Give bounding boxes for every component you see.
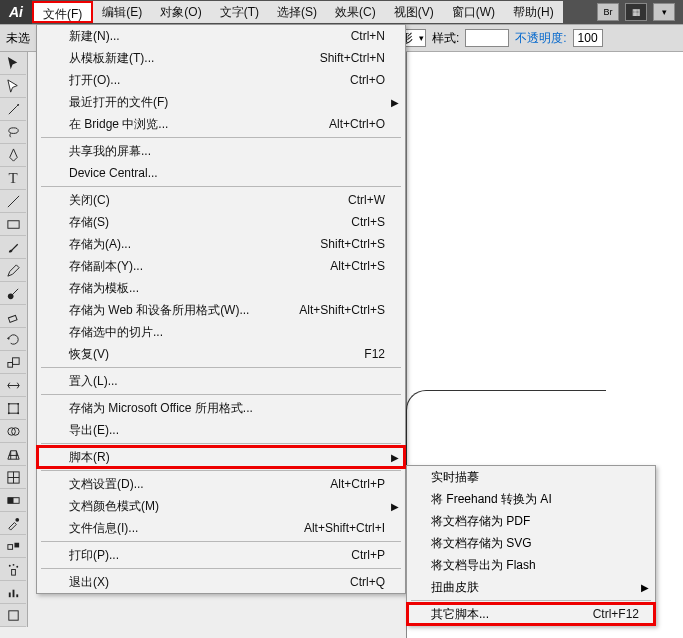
menu-item-label: 将 Freehand 转换为 AI [431,491,639,508]
file-menu-item[interactable]: 存储为(A)...Shift+Ctrl+S [37,233,405,255]
menu-help[interactable]: 帮助(H) [504,1,563,23]
scripts-menu-item[interactable]: 将文档存储为 SVG [407,532,655,554]
svg-rect-25 [8,592,10,597]
menu-file[interactable]: 文件(F) [32,1,93,23]
menu-item-shortcut: Alt+Ctrl+O [329,117,385,131]
submenu-arrow-icon: ▶ [391,97,399,108]
file-menu-item[interactable]: 存储副本(Y)...Alt+Ctrl+S [37,255,405,277]
direct-selection-tool[interactable] [0,75,26,98]
menu-edit[interactable]: 编辑(E) [93,1,151,23]
submenu-arrow-icon: ▶ [641,582,649,593]
opacity-input[interactable]: 100 [573,29,603,47]
type-tool[interactable]: T [0,167,26,190]
gradient-tool[interactable] [0,489,26,512]
menu-object[interactable]: 对象(O) [151,1,210,23]
file-menu-item[interactable]: 脚本(R)▶ [37,446,405,468]
svg-rect-17 [7,497,13,503]
width-tool[interactable] [0,374,26,397]
scripts-menu-item[interactable]: 将文档导出为 Flash [407,554,655,576]
menu-item-label: 恢复(V) [69,346,364,363]
file-menu-item[interactable]: 文档设置(D)...Alt+Ctrl+P [37,473,405,495]
lasso-tool[interactable] [0,121,26,144]
free-transform-tool[interactable] [0,397,26,420]
menu-item-shortcut: Ctrl+N [351,29,385,43]
file-menu-item[interactable]: 文件信息(I)...Alt+Shift+Ctrl+I [37,517,405,539]
file-menu-item[interactable]: 退出(X)Ctrl+Q [37,571,405,593]
workspace-dropdown[interactable]: ▾ [653,3,675,21]
column-graph-tool[interactable] [0,581,26,604]
menu-item-label: 存储为模板... [69,280,385,297]
scale-tool[interactable] [0,351,26,374]
menu-view[interactable]: 视图(V) [385,1,443,23]
menu-window[interactable]: 窗口(W) [443,1,504,23]
symbol-sprayer-tool[interactable] [0,558,26,581]
svg-point-23 [12,563,14,565]
pencil-tool[interactable] [0,259,26,282]
rotate-tool[interactable] [0,328,26,351]
file-menu-item[interactable]: 存储为 Web 和设备所用格式(W)...Alt+Shift+Ctrl+S [37,299,405,321]
selection-tool[interactable] [0,52,26,75]
file-menu-item[interactable]: 关闭(C)Ctrl+W [37,189,405,211]
style-label: 样式: [432,30,459,47]
menu-item-shortcut: Ctrl+Q [350,575,385,589]
menu-type[interactable]: 文字(T) [211,1,268,23]
file-menu-item[interactable]: 打印(P)...Ctrl+P [37,544,405,566]
file-menu-item[interactable]: 在 Bridge 中浏览...Alt+Ctrl+O [37,113,405,135]
artboard-tool[interactable] [0,604,26,627]
svg-rect-19 [7,544,12,549]
style-select[interactable] [465,29,509,47]
menu-item-label: 存储为 Microsoft Office 所用格式... [69,400,385,417]
file-menu-item[interactable]: 恢复(V)F12 [37,343,405,365]
arrange-icon[interactable]: ▦ [625,3,647,21]
eyedropper-tool[interactable] [0,512,26,535]
menu-item-label: 其它脚本... [431,606,593,623]
file-menu-item[interactable]: Device Central... [37,162,405,184]
magic-wand-tool[interactable] [0,98,26,121]
file-menu-item[interactable]: 最近打开的文件(F)▶ [37,91,405,113]
file-menu-item[interactable]: 导出(E)... [37,419,405,441]
svg-rect-28 [8,610,17,619]
menu-item-label: 导出(E)... [69,422,385,439]
opacity-label: 不透明度: [515,30,566,47]
file-menu-item[interactable]: 文档颜色模式(M)▶ [37,495,405,517]
svg-rect-7 [12,357,19,364]
shape-builder-tool[interactable] [0,420,26,443]
mesh-tool[interactable] [0,466,26,489]
perspective-grid-tool[interactable] [0,443,26,466]
file-menu-item[interactable]: 存储为 Microsoft Office 所用格式... [37,397,405,419]
file-menu-item[interactable]: 从模板新建(T)...Shift+Ctrl+N [37,47,405,69]
scripts-menu-item[interactable]: 其它脚本...Ctrl+F12 [407,603,655,625]
titlebar: Ai 文件(F) 编辑(E) 对象(O) 文字(T) 选择(S) 效果(C) 视… [0,0,683,24]
paintbrush-tool[interactable] [0,236,26,259]
menu-item-label: 共享我的屏幕... [69,143,385,160]
menu-item-shortcut: F12 [364,347,385,361]
menu-item-label: 将文档存储为 SVG [431,535,639,552]
svg-point-22 [8,564,10,566]
rectangle-tool[interactable] [0,213,26,236]
svg-rect-21 [11,569,15,575]
line-tool[interactable] [0,190,26,213]
file-menu-item[interactable]: 打开(O)...Ctrl+O [37,69,405,91]
file-menu-item[interactable]: 新建(N)...Ctrl+N [37,25,405,47]
blob-brush-tool[interactable] [0,282,26,305]
svg-point-0 [17,103,19,105]
submenu-arrow-icon: ▶ [391,501,399,512]
scripts-menu-item[interactable]: 将 Freehand 转换为 AI [407,488,655,510]
file-menu-item[interactable]: 存储为模板... [37,277,405,299]
menubar: 文件(F) 编辑(E) 对象(O) 文字(T) 选择(S) 效果(C) 视图(V… [32,0,563,24]
file-menu-item[interactable]: 共享我的屏幕... [37,140,405,162]
menu-select[interactable]: 选择(S) [268,1,326,23]
menu-item-label: 文档颜色模式(M) [69,498,385,515]
menu-item-label: 文档设置(D)... [69,476,330,493]
eraser-tool[interactable] [0,305,26,328]
pen-tool[interactable] [0,144,26,167]
scripts-menu-item[interactable]: 扭曲皮肤▶ [407,576,655,598]
file-menu-item[interactable]: 存储(S)Ctrl+S [37,211,405,233]
bridge-icon[interactable]: Br [597,3,619,21]
scripts-menu-item[interactable]: 将文档存储为 PDF [407,510,655,532]
file-menu-item[interactable]: 置入(L)... [37,370,405,392]
scripts-menu-item[interactable]: 实时描摹 [407,466,655,488]
file-menu-item[interactable]: 存储选中的切片... [37,321,405,343]
menu-effect[interactable]: 效果(C) [326,1,385,23]
blend-tool[interactable] [0,535,26,558]
